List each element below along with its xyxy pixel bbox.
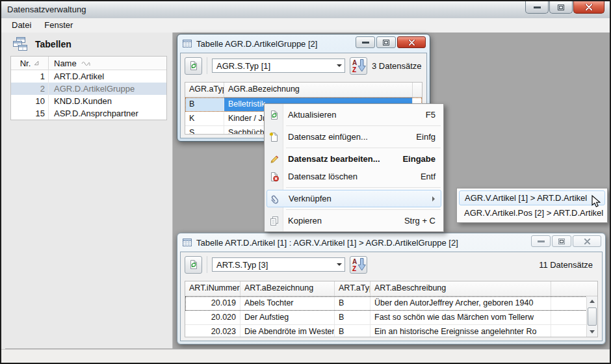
table-row[interactable]: 1 ART.D.Artikel <box>11 70 166 83</box>
restore-icon <box>558 239 565 244</box>
close-button[interactable] <box>573 235 601 247</box>
minimize-button[interactable] <box>356 36 375 48</box>
menu-item-datensatz-bearbeiten[interactable]: Datensatz bearbeiten... Eingabe <box>266 150 441 168</box>
minimize-button[interactable] <box>525 1 549 14</box>
vertical-scrollbar[interactable] <box>586 296 597 337</box>
menu-item-label: Verknüpfen <box>289 194 332 203</box>
menu-item-label: Datensatz einfügen... <box>288 132 368 142</box>
minimize-button[interactable] <box>531 235 551 247</box>
menu-item-shortcut: Strg + C <box>393 216 436 226</box>
table-row[interactable]: 20.023 Die Abendröte im Westen B Ein an … <box>185 325 597 337</box>
menu-item-datensatz-einfuegen[interactable]: Datensatz einfügen... Einfg <box>266 128 441 146</box>
table-row-focused[interactable]: 20.019 Abels Tochter B Über den AutorJef… <box>185 296 597 311</box>
menu-item-kopieren[interactable]: Kopieren Strg + C <box>266 212 441 229</box>
child2-data-table: ART.iNummer ART.aBezeichnung ART.aTyp AR… <box>185 281 598 337</box>
table-icon <box>182 38 192 49</box>
child2-table-header: ART.iNummer ART.aBezeichnung ART.aTyp AR… <box>185 281 597 296</box>
menu-separator <box>286 148 441 148</box>
table-row[interactable]: 15 ASP.D.Ansprchpartner <box>11 107 166 120</box>
table-row[interactable]: 20.020 Der Aufstieg B Fast so schön wie … <box>185 311 597 325</box>
menu-item-label: Datensatz bearbeiten... <box>288 154 380 164</box>
toolbar-separator <box>207 256 207 273</box>
table-row-selected[interactable]: 2 AGR.D.ArtikelGruppe <box>11 83 166 95</box>
refresh-icon <box>269 110 280 120</box>
main-titlebar[interactable]: Datensatzverwaltung <box>1 1 610 19</box>
combo-dropdown-arrow[interactable] <box>333 263 344 266</box>
cell-nummer: 20.019 <box>185 296 240 310</box>
mouse-cursor <box>592 195 601 208</box>
column-header-art-abezeichnung[interactable]: ART.aBezeichnung <box>240 281 335 296</box>
maximize-button[interactable] <box>549 1 573 14</box>
sort-combo[interactable]: AGR.S.Typ [1] <box>212 58 345 73</box>
column-header-agr-atyp[interactable]: AGR.aTyp <box>185 83 224 97</box>
refresh-button[interactable] <box>185 57 202 75</box>
column-header-agr-abezeichnung[interactable]: AGR.aBezeichnung <box>224 83 413 97</box>
cell-nummer: 20.023 <box>185 325 240 337</box>
column-header-art-abeschreibung[interactable]: ART.aBeschreibung <box>370 281 551 296</box>
refresh-button[interactable] <box>185 256 202 274</box>
scrollbar-thumb[interactable] <box>588 307 597 326</box>
table-row[interactable]: 10 KND.D.Kunden <box>11 95 166 107</box>
child1-title: Tabelle AGR.D.ArtikelGruppe [2] <box>196 39 317 49</box>
tables-icon <box>13 37 29 51</box>
sort-ascending-icon <box>34 60 39 66</box>
minimize-icon <box>534 6 541 8</box>
child2-client: ART.S.Typ [3] 11 Datensätze ART.iNummer … <box>180 252 603 341</box>
cell-nummer: 20.020 <box>185 311 240 324</box>
column-header-name[interactable]: Name <box>49 57 166 70</box>
insert-record-icon <box>269 132 280 142</box>
child1-window-controls <box>356 36 426 48</box>
close-icon <box>408 40 415 46</box>
tables-panel-title: Tabellen <box>35 39 72 49</box>
maximize-icon <box>558 5 564 10</box>
menu-item-aktualisieren[interactable]: Aktualisieren F5 <box>266 106 441 124</box>
table-icon <box>182 237 192 248</box>
submenu-item-agr-v-artikel[interactable]: AGR.V.Artikel [1] > ART.D.Artikel <box>459 190 605 205</box>
column-header-art-atyp[interactable]: ART.aTyp <box>335 281 370 296</box>
menu-fenster[interactable]: Fenster <box>38 18 79 32</box>
link-icon <box>270 194 280 204</box>
sort-combo-value: ART.S.Typ [3] <box>213 260 333 270</box>
sort-az-button[interactable] <box>350 57 367 75</box>
record-count: 3 Datensätze <box>372 61 422 71</box>
child2-toolbar: ART.S.Typ [3] 11 Datensätze <box>181 252 602 277</box>
menu-item-datensatz-loeschen[interactable]: Datensatz löschen Entf <box>266 168 441 185</box>
cell-typ: K <box>185 112 224 125</box>
window-title: Datensatzverwaltung <box>7 5 86 14</box>
submenu-item-agr-v-artikel-pos[interactable]: AGR.V.Artikel.Pos [2] > ART.D.Artikel <box>459 205 605 220</box>
status-bar <box>1 349 610 363</box>
row-nr: 2 <box>11 83 49 95</box>
restore-button[interactable] <box>376 36 396 48</box>
cell-bezeichnung: Die Abendröte im Westen <box>240 325 335 337</box>
close-button[interactable] <box>573 1 604 14</box>
close-icon <box>584 239 591 244</box>
close-button[interactable] <box>397 36 426 48</box>
menu-item-verknuepfen[interactable]: Verknüpfen <box>266 190 441 207</box>
column-header-nr[interactable]: Nr. <box>11 57 49 70</box>
menu-separator <box>286 187 441 188</box>
menu-datei[interactable]: Datei <box>5 18 38 32</box>
cell-typ: B <box>335 311 370 324</box>
refresh-icon <box>188 60 199 71</box>
cell-typ: B <box>335 325 370 337</box>
scroll-up-button[interactable] <box>587 296 597 306</box>
restore-button[interactable] <box>552 235 571 247</box>
triangle-down-icon <box>590 330 595 333</box>
restore-icon <box>383 40 389 46</box>
close-icon <box>585 4 593 10</box>
scroll-down-button[interactable] <box>587 327 597 337</box>
column-header-art-inummer[interactable]: ART.iNummer <box>185 281 240 296</box>
sort-combo[interactable]: ART.S.Typ [3] <box>212 257 345 272</box>
menu-item-label: Aktualisieren <box>288 110 336 120</box>
menu-item-shortcut: F5 <box>414 110 436 120</box>
menu-separator <box>286 209 441 210</box>
row-name: KND.D.Kunden <box>49 95 166 107</box>
menu-item-shortcut: Einfg <box>404 132 436 142</box>
menu-item-shortcut: Eingabe <box>391 154 436 164</box>
row-nr: 10 <box>11 95 49 107</box>
sort-az-button[interactable] <box>350 256 367 274</box>
child2-title: Tabelle ART.D.Artikel [1] : AGR.V.Artike… <box>196 238 458 248</box>
delete-record-icon <box>269 172 280 182</box>
child1-table-header: AGR.aTyp AGR.aBezeichnung <box>185 83 422 98</box>
combo-dropdown-arrow[interactable] <box>333 64 344 67</box>
